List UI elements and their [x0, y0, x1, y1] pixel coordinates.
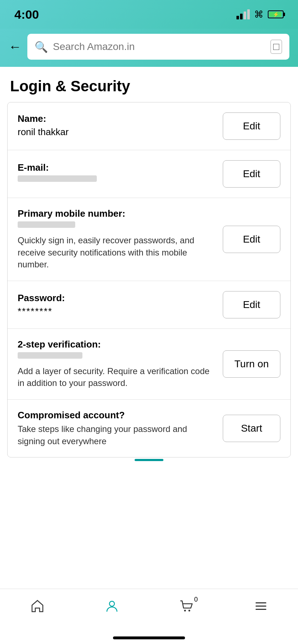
profile-icon: [105, 599, 119, 615]
main-content: Login & Security Name: ronil thakkar Edi…: [0, 67, 298, 589]
name-value: ronil thakkar: [18, 126, 216, 138]
name-section: Name: ronil thakkar Edit: [8, 102, 290, 150]
camera-icon[interactable]: □: [270, 40, 282, 54]
compromised-description: Take steps like changing your password a…: [18, 423, 216, 447]
compromised-section: Compromised account? Take steps like cha…: [8, 400, 290, 457]
name-edit-button[interactable]: Edit: [223, 112, 280, 140]
email-section: E-mail: Edit: [8, 150, 290, 198]
two-step-section: 2-step verification: Add a layer of secu…: [8, 329, 290, 400]
svg-point-1: [184, 610, 186, 611]
two-step-masked-value: [18, 352, 82, 359]
email-masked-value: [18, 175, 97, 182]
two-step-turn-on-button[interactable]: Turn on: [223, 350, 280, 378]
password-value: ********: [18, 306, 216, 317]
nav-cart[interactable]: 0: [172, 596, 201, 618]
mobile-masked-value: [18, 221, 75, 228]
cart-badge: 0: [179, 599, 194, 615]
two-step-label: 2-step verification:: [18, 339, 216, 350]
svg-rect-4: [256, 606, 266, 607]
nav-menu[interactable]: [247, 596, 275, 618]
scroll-indicator: [0, 457, 298, 463]
status-time: 4:00: [14, 8, 39, 22]
search-input[interactable]: [53, 41, 265, 52]
password-section: Password: ******** Edit: [8, 281, 290, 329]
svg-point-2: [188, 610, 190, 611]
email-label: E-mail:: [18, 162, 216, 173]
svg-rect-3: [256, 602, 266, 603]
cart-icon: [179, 600, 194, 616]
battery-icon: ⚡: [268, 10, 284, 18]
compromised-start-button[interactable]: Start: [223, 415, 280, 442]
search-area: ← 🔍 □: [0, 29, 298, 67]
back-button[interactable]: ←: [9, 40, 22, 53]
search-bar-container: 🔍 □: [27, 34, 289, 60]
mobile-edit-button[interactable]: Edit: [223, 226, 280, 253]
search-icon: 🔍: [35, 41, 48, 53]
svg-point-0: [109, 601, 114, 606]
wifi-icon: ⌘: [254, 9, 263, 20]
home-indicator: [0, 632, 298, 644]
bottom-navigation: 0: [0, 589, 298, 632]
security-card: Name: ronil thakkar Edit E-mail: Edit Pr…: [7, 102, 291, 457]
mobile-description: Quickly sign in, easily recover password…: [18, 234, 216, 271]
home-icon: [30, 599, 45, 615]
status-icons: ⌘ ⚡: [236, 9, 284, 20]
email-edit-button[interactable]: Edit: [223, 160, 280, 188]
mobile-section: Primary mobile number: Quickly sign in, …: [8, 198, 290, 281]
cart-count: 0: [194, 596, 198, 603]
two-step-description: Add a layer of security. Require a verif…: [18, 365, 216, 389]
nav-home[interactable]: [23, 596, 52, 618]
mobile-label: Primary mobile number:: [18, 208, 216, 219]
page-title: Login & Security: [0, 67, 298, 102]
menu-icon: [254, 599, 268, 615]
password-label: Password:: [18, 293, 216, 304]
svg-rect-5: [256, 609, 266, 610]
compromised-label: Compromised account?: [18, 410, 216, 421]
status-bar: 4:00 ⌘ ⚡: [0, 0, 298, 29]
nav-profile[interactable]: [98, 596, 126, 618]
signal-icon: [236, 9, 250, 19]
password-edit-button[interactable]: Edit: [223, 291, 280, 318]
name-label: Name:: [18, 113, 216, 124]
